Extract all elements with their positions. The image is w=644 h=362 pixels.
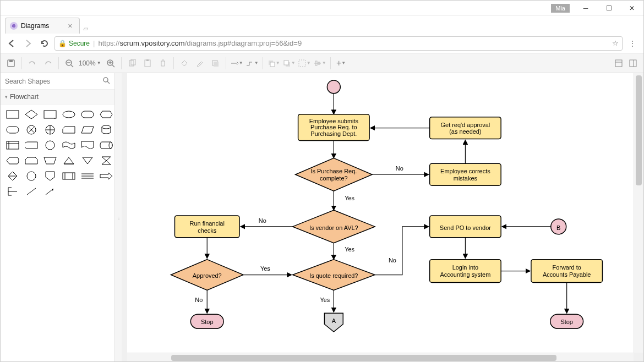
browser-tab[interactable]: Diagrams ×	[5, 18, 80, 34]
search-shapes-input[interactable]	[5, 78, 102, 85]
shape-start[interactable]	[61, 109, 77, 120]
svg-text:Is vendor on AVL?: Is vendor on AVL?	[309, 224, 358, 231]
shape-offpage[interactable]	[42, 171, 58, 182]
shape-parallel[interactable]	[80, 171, 95, 182]
svg-line-29	[107, 81, 110, 84]
zoom-level[interactable]: 100% ▼	[78, 59, 102, 67]
shape-merge[interactable]	[80, 155, 95, 166]
window-close-button[interactable]: ✕	[620, 1, 643, 16]
new-tab-button[interactable]: ▱	[83, 25, 94, 34]
reload-button[interactable]	[38, 37, 51, 50]
save-button[interactable]	[4, 56, 18, 70]
node-start[interactable]	[327, 80, 340, 94]
align-button[interactable]: ▼	[313, 56, 327, 70]
forward-button[interactable]	[21, 37, 35, 50]
shape-extract[interactable]	[61, 155, 77, 166]
insert-button[interactable]: +▼	[334, 56, 348, 70]
zoom-in-button[interactable]	[103, 56, 118, 70]
user-badge: Mia	[551, 4, 570, 13]
undo-button[interactable]	[25, 56, 40, 70]
paste-icon	[143, 59, 152, 68]
back-button[interactable]	[5, 37, 18, 50]
shape-collate[interactable]	[99, 155, 114, 166]
canvas-area: Employee submits Purchase Req. to Purcha…	[122, 73, 643, 362]
svg-text:No: No	[195, 297, 203, 303]
shape-predefined[interactable]	[61, 171, 77, 182]
svg-text:Yes: Yes	[345, 195, 354, 201]
format-panel-button[interactable]	[612, 56, 626, 70]
shape-internal-storage[interactable]	[5, 140, 20, 151]
shape-document[interactable]	[80, 140, 95, 151]
waypoints-button[interactable]: ▼	[245, 56, 259, 70]
fill-color-button[interactable]	[177, 56, 192, 70]
copy-icon	[128, 59, 137, 68]
shape-stored-data[interactable]	[24, 140, 39, 151]
shape-annotation[interactable]	[5, 186, 20, 197]
shape-preparation[interactable]	[99, 109, 114, 120]
address-bar[interactable]: 🔒 Secure | https://scrum.vpository.com/d…	[54, 36, 623, 51]
svg-text:A: A	[332, 317, 336, 324]
shape-sum[interactable]	[42, 124, 58, 135]
shape-terminator[interactable]	[80, 109, 95, 120]
svg-rect-17	[270, 62, 275, 67]
zoom-out-button[interactable]	[62, 56, 77, 70]
paste-button[interactable]	[140, 56, 155, 70]
svg-text:Purchasing Dept.: Purchasing Dept.	[310, 130, 357, 137]
shape-or[interactable]	[24, 124, 39, 135]
svg-rect-26	[630, 60, 636, 67]
window-titlebar: Mia ─ ☐ ✕	[1, 1, 643, 16]
line-color-button[interactable]	[193, 56, 207, 70]
shape-direct-data[interactable]	[99, 140, 114, 151]
svg-rect-30	[7, 111, 19, 118]
shape-subprocess[interactable]	[42, 109, 58, 120]
to-back-button[interactable]: ▼	[282, 56, 296, 70]
shape-tape[interactable]	[61, 140, 77, 151]
shape-card[interactable]	[61, 124, 77, 135]
svg-rect-1	[9, 60, 13, 62]
connection-button[interactable]: ▼	[230, 56, 244, 70]
shape-display[interactable]	[5, 155, 20, 166]
shape-sequential[interactable]	[24, 171, 39, 182]
shadow-button[interactable]	[208, 56, 222, 70]
svg-text:Yes: Yes	[260, 265, 270, 272]
outline-icon	[629, 59, 637, 68]
shape-connector[interactable]	[42, 140, 58, 151]
outline-panel-button[interactable]	[626, 56, 640, 70]
bucket-icon	[180, 59, 189, 68]
tab-close-icon[interactable]: ×	[68, 21, 72, 30]
shape-line[interactable]	[24, 186, 39, 197]
shape-terminator2[interactable]	[5, 124, 20, 135]
browser-menu-button[interactable]: ⋮	[626, 40, 639, 47]
sidebar-splitter[interactable]: ⋮	[115, 73, 122, 362]
shape-database[interactable]	[99, 124, 114, 135]
shape-arrow-line[interactable]	[42, 186, 58, 197]
group-button[interactable]: ▼	[297, 56, 312, 70]
shape-decision[interactable]	[24, 109, 39, 120]
shape-arrow[interactable]	[99, 171, 114, 182]
shape-sort[interactable]	[5, 171, 20, 182]
svg-point-51	[109, 142, 112, 149]
shape-manual-op[interactable]	[42, 155, 58, 166]
redo-button[interactable]	[41, 56, 55, 70]
shape-palette	[1, 105, 114, 201]
svg-text:Accounting system: Accounting system	[440, 271, 490, 278]
to-front-button[interactable]: ▼	[266, 56, 281, 70]
delete-button[interactable]	[156, 56, 170, 70]
window-maximize-button[interactable]: ☐	[597, 1, 620, 16]
diagram-canvas[interactable]: Employee submits Purchase Req. to Purcha…	[127, 73, 634, 353]
svg-text:Employee submits: Employee submits	[309, 118, 359, 124]
vertical-scrollbar[interactable]	[634, 73, 643, 353]
copy-button[interactable]	[125, 56, 139, 70]
svg-marker-61	[46, 172, 54, 180]
window-minimize-button[interactable]: ─	[574, 1, 597, 16]
browser-nav-row: 🔒 Secure | https://scrum.vpository.com/d…	[1, 34, 643, 53]
shape-loop-limit[interactable]	[24, 155, 39, 166]
shape-process[interactable]	[5, 109, 20, 120]
search-icon[interactable]	[102, 76, 110, 86]
horizontal-scrollbar[interactable]	[127, 353, 634, 362]
svg-line-70	[27, 188, 36, 195]
bookmark-star-icon[interactable]: ☆	[612, 39, 619, 47]
flowchart-panel-header[interactable]: Flowchart	[1, 90, 114, 105]
svg-text:Accounts Payable: Accounts Payable	[543, 271, 591, 278]
shape-data[interactable]	[80, 124, 95, 135]
